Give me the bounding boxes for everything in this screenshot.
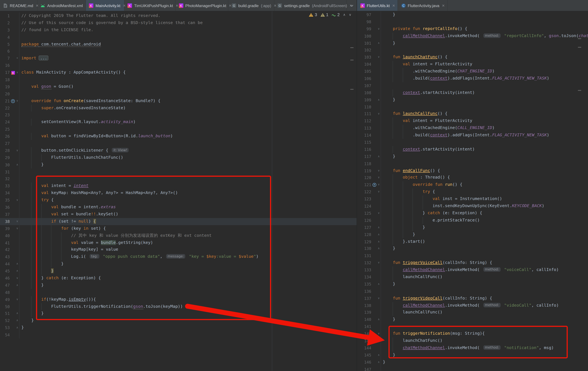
line-number[interactable]: 51	[0, 310, 10, 317]
line-number[interactable]: 139	[357, 309, 372, 316]
line-number[interactable]: 110	[357, 103, 372, 110]
line-number[interactable]: 44	[0, 261, 10, 268]
fold-toggle-icon[interactable]: ∨	[377, 25, 381, 33]
code-line[interactable]: 6	[0, 48, 357, 55]
line-number[interactable]: 16	[0, 62, 10, 69]
line-number[interactable]: 47	[0, 282, 10, 289]
line-number[interactable]: 22	[0, 105, 10, 112]
code-line[interactable]: 19 val gson = Gson()	[0, 83, 357, 90]
code-line[interactable]: 34 val keyMap: HashMap<Any?, Any?> = Has…	[0, 190, 357, 197]
fold-toggle-icon[interactable]: ∨	[15, 275, 20, 282]
line-number[interactable]: 136	[357, 288, 372, 295]
line-number[interactable]: 99	[357, 25, 372, 33]
line-number[interactable]: 17	[0, 69, 10, 76]
line-number[interactable]: 26	[0, 133, 10, 140]
line-number[interactable]: 43	[0, 253, 10, 261]
line-number[interactable]: 102	[357, 47, 372, 54]
line-number[interactable]: 3	[0, 27, 10, 34]
line-number[interactable]: 24	[0, 119, 10, 126]
fold-toggle-icon[interactable]: ∨	[377, 167, 381, 174]
code-line[interactable]: 107	[357, 82, 588, 89]
line-number[interactable]: 132	[357, 259, 372, 266]
code-line[interactable]: 128∧ }	[357, 231, 588, 238]
inspection-warning[interactable]: 3	[309, 12, 317, 17]
code-line[interactable]: 4	[0, 34, 357, 41]
line-number[interactable]: 35	[0, 197, 10, 204]
line-number[interactable]: 48	[0, 289, 10, 296]
line-number[interactable]: 115	[357, 139, 372, 146]
code-line[interactable]: 33 val intent = intent	[0, 183, 357, 190]
code-line[interactable]: 31	[0, 168, 357, 175]
code-line[interactable]: 140∧ }	[357, 316, 588, 323]
code-line[interactable]: 111∨ fun launchCallFunc() {	[357, 110, 588, 118]
code-line[interactable]: 101∧ }	[357, 40, 588, 47]
fold-toggle-icon[interactable]: ∧	[15, 161, 20, 168]
code-line[interactable]: 22 super.onCreate(savedInstanceState)	[0, 105, 357, 112]
code-line[interactable]: 40 // 其中 key 和 value 分别为发送端设置的 extKey 和 …	[0, 232, 357, 239]
code-line[interactable]: 49∨ if(!keyMap.isEmpty()){	[0, 296, 357, 303]
code-line[interactable]: 122∨ try {	[357, 189, 588, 196]
fold-toggle-icon[interactable]: ∧	[377, 153, 381, 160]
code-line[interactable]: 112 val intent = FlutterActivity	[357, 118, 588, 125]
code-line[interactable]: 3// found in the LICENSE file.	[0, 27, 357, 34]
fold-toggle-icon[interactable]: ∨	[15, 218, 20, 225]
code-line[interactable]: 42 keyMap[key] = value	[0, 246, 357, 253]
line-number[interactable]: 114	[357, 132, 372, 139]
line-number[interactable]: 2	[0, 20, 10, 27]
line-number[interactable]: 103	[357, 54, 372, 61]
code-line[interactable]: 47∧ }	[0, 282, 357, 289]
code-line[interactable]: 28∨ button.setOnClickListener { it: View…	[0, 147, 357, 154]
line-number[interactable]: 18	[0, 76, 10, 83]
fold-toggle-icon[interactable]: ∨	[15, 225, 20, 232]
code-line[interactable]: 5package com.tencent.chat.android	[0, 41, 357, 48]
code-line[interactable]: 143 launchChatFunc()	[357, 337, 588, 344]
code-line[interactable]: 118	[357, 160, 588, 167]
fold-toggle-icon[interactable]: ∨	[377, 181, 381, 189]
next-problem-chevron-icon[interactable]: ∨	[349, 13, 351, 16]
code-line[interactable]: 29 FlutterUtils.launchChatFunc()	[0, 154, 357, 161]
tab-flutterutils-kt[interactable]: KFlutterUtils.kt×	[357, 0, 398, 11]
tab-mainactivity-kt[interactable]: KMainActivity.kt×	[86, 0, 125, 11]
code-editor-flutterutils[interactable]: 97 }9899∨ private fun reportCallInfo() {…	[357, 11, 588, 371]
line-number[interactable]: 142	[357, 330, 372, 338]
line-number[interactable]: 50	[0, 303, 10, 310]
code-line[interactable]: 1// Copyright 2019 The Flutter team. All…	[0, 12, 357, 20]
hidden-tabs-chevron-icon[interactable]	[347, 0, 357, 11]
error-stripe-mark[interactable]	[350, 89, 354, 90]
fold-toggle-icon[interactable]: ∧	[15, 324, 20, 331]
line-number[interactable]: 109	[357, 96, 372, 103]
line-number[interactable]: 25	[0, 126, 10, 133]
line-number[interactable]: 6	[0, 48, 10, 55]
fold-toggle-icon[interactable]: ∨	[377, 210, 381, 217]
line-number[interactable]: 128	[357, 231, 372, 238]
code-line[interactable]: 16	[0, 62, 357, 69]
line-number[interactable]: 97	[357, 11, 372, 18]
line-number[interactable]: 33	[0, 183, 10, 190]
line-number[interactable]: 145	[357, 351, 372, 359]
code-line[interactable]: 131	[357, 252, 588, 259]
line-number[interactable]: 111	[357, 110, 372, 118]
code-line[interactable]: 53∧}	[0, 324, 357, 331]
fold-toggle-icon[interactable]: ∧	[15, 268, 20, 275]
code-line[interactable]: 137∨ fun triggerVideoCall(callInfo: Stri…	[357, 295, 588, 302]
line-number[interactable]: 28	[0, 147, 10, 154]
code-line[interactable]: 105 .withCachedEngine(CHAT_ENGINE_ID)	[357, 68, 588, 75]
fold-toggle-icon[interactable]: ∧	[15, 310, 20, 317]
line-number[interactable]: 112	[357, 118, 372, 125]
tab-photomanagerplugin-kt[interactable]: KPhotoManagerPlugin.kt×	[176, 0, 229, 11]
line-number[interactable]: 5	[0, 41, 10, 48]
inspection-weak-warning[interactable]: 1	[320, 12, 328, 17]
code-line[interactable]: 135∧ }	[357, 281, 588, 288]
code-line[interactable]: 27	[0, 140, 357, 147]
code-line[interactable]: 125∨ } catch (e: Exception) {	[357, 210, 588, 217]
line-number[interactable]: 135	[357, 281, 372, 288]
code-line[interactable]: 123 val inst = Instrumentation()	[357, 196, 588, 203]
fold-toggle-icon[interactable]: +	[15, 55, 20, 62]
line-number[interactable]: 20	[0, 90, 10, 98]
line-number[interactable]: 52	[0, 317, 10, 324]
line-number[interactable]: 131	[357, 252, 372, 259]
line-number[interactable]: 119	[357, 167, 372, 174]
line-number[interactable]: 118	[357, 160, 372, 167]
code-line[interactable]: 147	[357, 366, 588, 371]
close-tab-icon[interactable]: ×	[392, 3, 395, 8]
